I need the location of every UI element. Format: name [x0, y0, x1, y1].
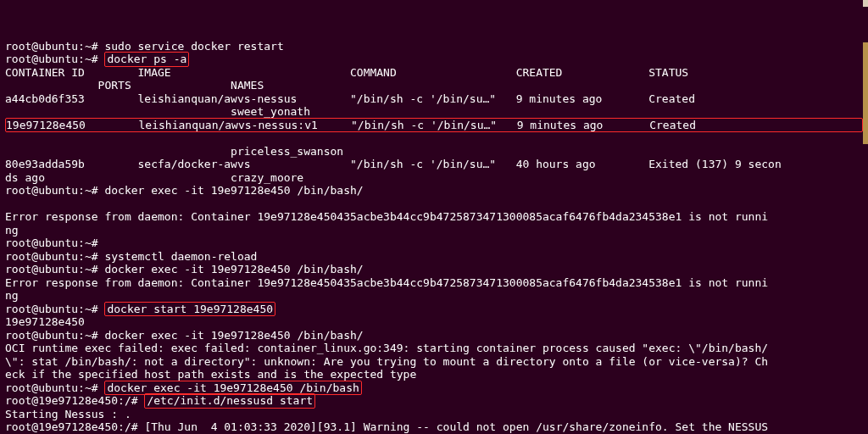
prompt: root@ubuntu:~#: [5, 263, 104, 275]
prompt: root@ubuntu:~#: [5, 40, 104, 53]
table-header: CONTAINER ID IMAGE COMMAND CREATED STATU…: [5, 66, 688, 79]
table-row: a44cb0d6f353 leishianquan/awvs-nessus "/…: [5, 92, 695, 105]
prompt: root@ubuntu:~#: [5, 184, 104, 197]
side-gutter: [863, 42, 868, 144]
error-text: Error response from daemon: Container 19…: [5, 276, 768, 289]
cmd-exec: docker exec -it 19e97128e450 /bin/bash/: [104, 263, 363, 275]
cmd-exec: docker exec -it 19e97128e450 /bin/bash/: [104, 329, 363, 342]
cmd-nessus-start: /etc/init.d/nessusd start: [144, 393, 315, 409]
table-row: sweet_yonath: [5, 105, 310, 118]
prompt: root@ubuntu:~#: [5, 53, 104, 65]
cmd-docker-ps: docker ps -a: [104, 52, 189, 67]
error-text: ng: [5, 289, 19, 302]
terminal-screen[interactable]: root@ubuntu:~# sudo service docker resta…: [0, 0, 868, 434]
prompt: root@ubuntu:~#: [5, 303, 104, 315]
error-text: Error response from daemon: Container 19…: [5, 210, 768, 223]
prompt: root@ubuntu:~#: [5, 381, 104, 394]
oci-error: OCI runtime exec failed: exec failed: co…: [5, 342, 768, 354]
scrollbar-hint: [863, 0, 868, 7]
error-text: ng: [5, 224, 19, 236]
oci-error: eck if the specified host path exists an…: [5, 368, 416, 381]
oci-error: \": stat /bin/bash/: not a directory": u…: [5, 355, 768, 368]
output-id: 19e97128e450: [5, 315, 85, 328]
table-row: priceless_swanson: [5, 145, 343, 158]
table-row-highlight: 19e97128e450 leishianquan/awvs-nessus:v1…: [5, 118, 863, 133]
cmd-restart: sudo service docker restart: [104, 40, 283, 53]
prompt-container: root@19e97128e450:/#: [5, 394, 144, 407]
cmd-reload: systemctl daemon-reload: [104, 250, 257, 263]
cmd-exec: docker exec -it 19e97128e450 /bin/bash/: [104, 184, 363, 197]
warn-text: [Thu Jun 4 01:03:33 2020][93.1] Warning …: [144, 420, 768, 433]
cmd-docker-start: docker start 19e97128e450: [104, 302, 275, 317]
prompt: root@ubuntu:~#: [5, 329, 104, 342]
prompt-container: root@19e97128e450:/#: [5, 420, 144, 433]
table-header-2: PORTS NAMES: [5, 79, 264, 92]
table-row: ds ago crazy_moore: [5, 171, 303, 184]
prompt: root@ubuntu:~#: [5, 236, 104, 249]
prompt: root@ubuntu:~#: [5, 250, 104, 263]
starting-text: Starting Nessus : .: [5, 408, 131, 420]
table-row: 80e93adda59b secfa/docker-awvs "/bin/sh …: [5, 158, 782, 170]
